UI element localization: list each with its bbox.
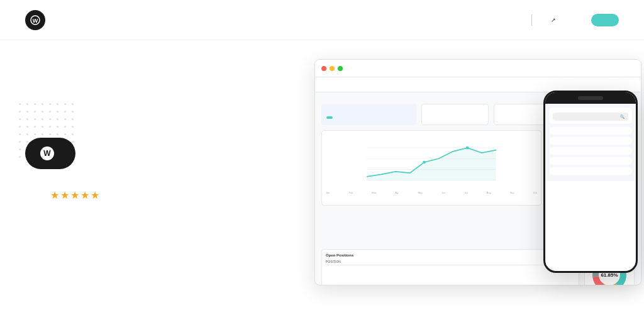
mockup-traffic-lights bbox=[315, 60, 641, 77]
phone-job-5 bbox=[549, 167, 632, 175]
search-icon: 🔍 bbox=[620, 114, 625, 119]
stat-rating: ★ ★ ★ ★ ★ bbox=[50, 189, 99, 202]
expand-dot bbox=[338, 66, 343, 71]
star-1: ★ bbox=[50, 189, 59, 201]
logo: W bbox=[25, 10, 50, 30]
phone-job-3 bbox=[549, 147, 632, 155]
hero-stats: ★ ★ ★ ★ ★ bbox=[25, 189, 302, 202]
hero-section: // generate dots const db = document.que… bbox=[0, 40, 644, 315]
nav-demo[interactable]: ↗ bbox=[550, 17, 556, 23]
phone-mockup: 🔍 bbox=[543, 91, 638, 273]
close-dot bbox=[321, 66, 326, 71]
dots-pattern: // generate dots const db = document.que… bbox=[19, 103, 77, 161]
mockup-view-apps-btn bbox=[326, 116, 333, 119]
svg-point-8 bbox=[466, 146, 469, 150]
view-pricing-button[interactable] bbox=[591, 14, 619, 26]
star-2: ★ bbox=[60, 189, 69, 201]
phone-notch bbox=[545, 92, 636, 104]
phone-body: 🔍 bbox=[545, 104, 636, 181]
star-rating: ★ ★ ★ ★ ★ bbox=[50, 189, 99, 201]
hero-right: Jan Feb Mar Apr May Jun Jul Aug Sep Oct bbox=[314, 65, 619, 315]
phone-notch-pill bbox=[578, 96, 603, 100]
svg-text:W: W bbox=[33, 18, 38, 24]
mockup-table-header: POSITION APPLICATIONS bbox=[326, 260, 575, 265]
nav-divider bbox=[531, 14, 532, 26]
svg-marker-6 bbox=[367, 148, 496, 180]
header: W ↗ bbox=[0, 0, 644, 40]
col-position: POSITION bbox=[326, 260, 341, 263]
star-3: ★ bbox=[70, 189, 79, 201]
mockup-table-title: Open Positions bbox=[326, 253, 575, 257]
mockup-chart-area: Jan Feb Mar Apr May Jun Jul Aug Sep Oct bbox=[321, 130, 541, 206]
logo-icon: W bbox=[25, 10, 45, 30]
star-4: ★ bbox=[80, 189, 89, 201]
phone-job-4 bbox=[549, 157, 632, 165]
hero-left: // generate dots const db = document.que… bbox=[25, 65, 302, 202]
svg-point-7 bbox=[423, 161, 426, 164]
phone-job-2 bbox=[549, 137, 632, 145]
mockup-stat-open bbox=[421, 104, 489, 125]
star-5: ★ bbox=[91, 189, 99, 201]
main-nav: ↗ bbox=[461, 14, 619, 26]
phone-header: 🔍 bbox=[549, 108, 632, 124]
minimize-dot bbox=[330, 66, 335, 71]
phone-job-1 bbox=[549, 127, 632, 135]
mockup-alert bbox=[321, 104, 416, 125]
mockup-positions-table: Open Positions POSITION APPLICATIONS bbox=[321, 249, 579, 285]
phone-search: 🔍 bbox=[553, 113, 628, 121]
analytics-chart bbox=[326, 137, 537, 187]
svg-text:61.85%: 61.85% bbox=[601, 272, 618, 278]
